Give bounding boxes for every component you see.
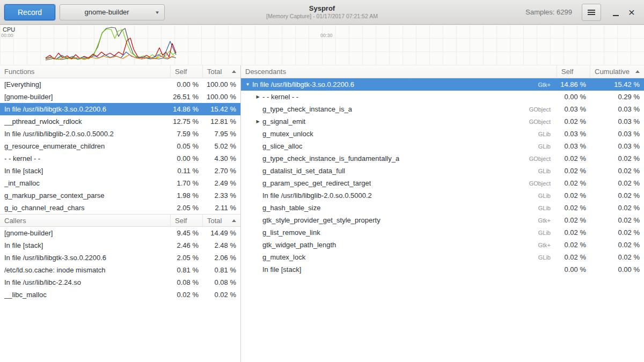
function-name: g_datalist_id_set_data_full <box>262 167 345 175</box>
self-percent: 0.00 % <box>171 80 203 88</box>
function-name: gtk_style_provider_get_style_property <box>262 216 380 224</box>
column-header-descendants[interactable]: Descendants <box>241 65 557 78</box>
callers-table: [gnome-builder]9.45 %14.49 %In file [sta… <box>0 227 240 362</box>
total-percent: 0.02 % <box>203 291 240 299</box>
self-percent: 0.02 % <box>171 291 203 299</box>
cumulative-percent: 0.03 % <box>590 105 644 113</box>
cpu-graph[interactable]: CPU 00:00 00:30 <box>0 25 644 65</box>
title-box: Sysprof [Memory Capture] - 01/17/2017 07… <box>266 4 378 20</box>
table-row[interactable]: In file /usr/lib/libglib-2.0.so.0.5000.2… <box>0 128 240 140</box>
cumulative-percent: 0.02 % <box>590 191 644 200</box>
column-header-total[interactable]: Total <box>203 215 240 226</box>
cumulative-percent: 0.03 % <box>590 117 644 125</box>
column-header-self[interactable]: Self <box>171 65 203 78</box>
total-percent: 14.49 % <box>203 229 240 237</box>
table-row[interactable]: ▶g_signal_emitGObject0.02 %0.03 % <box>241 115 644 128</box>
menu-button[interactable] <box>582 4 601 21</box>
table-row[interactable]: g_list_remove_linkGLib0.02 %0.02 % <box>241 226 644 239</box>
column-header-callers[interactable]: Callers <box>0 215 171 226</box>
cumulative-percent: 0.29 % <box>590 93 644 101</box>
column-header-self[interactable]: Self <box>557 65 590 78</box>
table-row[interactable]: g_hash_table_sizeGLib0.02 %0.02 % <box>241 202 644 214</box>
table-row[interactable]: ▶- - kernel - -0.00 %0.29 % <box>241 91 644 103</box>
table-row[interactable]: __pthread_rwlock_rdlock12.75 %12.81 % <box>0 115 240 128</box>
column-header-total[interactable]: Total <box>203 65 240 78</box>
self-percent: 0.02 % <box>557 179 590 187</box>
library-tag: GObject <box>519 106 557 113</box>
table-row[interactable]: gtk_widget_path_lengthGtk+0.02 %0.02 % <box>241 239 644 251</box>
total-percent: 0.81 % <box>203 266 240 274</box>
process-selector[interactable]: gnome-builder ▼ <box>60 4 165 20</box>
table-row[interactable]: gtk_style_provider_get_style_propertyGtk… <box>241 214 644 226</box>
table-row[interactable]: [gnome-builder]9.45 %14.49 % <box>0 227 240 239</box>
self-percent: 0.11 % <box>171 167 203 175</box>
chevron-down-icon: ▼ <box>155 10 160 14</box>
close-button[interactable]: × <box>624 4 640 20</box>
window-title: Sysprof <box>266 4 378 13</box>
sort-indicator-icon <box>232 70 236 73</box>
headerbar-right: Samples: 6299 × <box>525 4 640 21</box>
column-header-self[interactable]: Self <box>171 215 203 226</box>
self-percent: 0.02 % <box>557 241 590 249</box>
minimize-button[interactable] <box>608 4 624 20</box>
window-subtitle: [Memory Capture] - 01/17/2017 07:21:52 A… <box>266 13 378 20</box>
function-name: gtk_widget_path_length <box>262 241 336 249</box>
function-name: /etc/ld.so.cache: inode mismatch <box>0 266 171 274</box>
process-selector-label: gnome-builder <box>60 5 153 20</box>
total-percent: 12.81 % <box>203 117 240 125</box>
time-label-mid: 00:30 <box>320 33 333 38</box>
table-row[interactable]: _int_malloc1.70 %2.49 % <box>0 177 240 189</box>
table-row[interactable]: In file [stack]0.11 %2.70 % <box>0 165 240 177</box>
total-percent: 2.06 % <box>203 254 240 262</box>
table-row[interactable]: g_mutex_unlockGLib0.03 %0.03 % <box>241 128 644 140</box>
library-tag: GLib <box>519 143 557 150</box>
table-row[interactable]: In file /usr/lib/libgtk-3.so.0.2200.62.0… <box>0 252 240 264</box>
table-row[interactable]: In file [stack]0.00 %0.00 % <box>241 263 644 276</box>
table-row[interactable]: g_markup_parse_context_parse1.98 %2.33 % <box>0 189 240 202</box>
left-pane: Functions Self Total [Everything]0.00 %1… <box>0 65 240 362</box>
expander-icon[interactable]: ▼ <box>243 82 252 87</box>
record-button[interactable]: Record <box>4 4 55 20</box>
table-row[interactable]: g_resource_enumerate_children0.05 %5.02 … <box>0 140 240 152</box>
table-row[interactable]: g_io_channel_read_chars2.05 %2.11 % <box>0 202 240 214</box>
table-row[interactable]: g_datalist_id_set_data_fullGLib0.02 %0.0… <box>241 165 644 177</box>
table-row[interactable]: g_type_check_instance_is_fundamentally_a… <box>241 152 644 165</box>
table-row[interactable]: In file /usr/lib/libglib-2.0.so.0.5000.2… <box>241 189 644 202</box>
function-name: In file /usr/lib/libc-2.24.so <box>0 278 171 286</box>
self-percent: 12.75 % <box>171 117 203 125</box>
function-name: g_resource_enumerate_children <box>0 142 171 150</box>
table-row[interactable]: __libc_malloc0.02 %0.02 % <box>0 289 240 301</box>
table-row[interactable]: In file [stack]2.46 %2.48 % <box>0 239 240 252</box>
table-row[interactable]: /etc/ld.so.cache: inode mismatch0.81 %0.… <box>0 264 240 276</box>
table-row[interactable]: In file /usr/lib/libgtk-3.so.0.2200.614.… <box>0 103 240 115</box>
table-row[interactable]: In file /usr/lib/libc-2.24.so0.08 %0.08 … <box>0 276 240 289</box>
library-tag: GLib <box>519 193 557 199</box>
time-label-start: 00:00 <box>1 33 13 38</box>
function-name: [Everything] <box>0 80 171 88</box>
cpu-usage-chart <box>0 25 644 65</box>
column-header-cumulative[interactable]: Cumulative <box>590 65 644 78</box>
function-name: __pthread_rwlock_rdlock <box>0 117 171 125</box>
table-row[interactable]: g_type_check_instance_is_aGObject0.03 %0… <box>241 103 644 115</box>
expander-icon[interactable]: ▶ <box>253 94 262 99</box>
self-percent: 0.02 % <box>557 228 590 237</box>
column-header-functions[interactable]: Functions <box>0 65 171 78</box>
self-percent: 2.05 % <box>171 204 203 212</box>
total-percent: 2.33 % <box>203 191 240 200</box>
table-row[interactable]: [Everything]0.00 %100.00 % <box>0 78 240 91</box>
cumulative-percent: 15.42 % <box>590 80 644 88</box>
self-percent: 7.59 % <box>171 130 203 138</box>
function-name: - - kernel - - <box>0 154 171 162</box>
expander-icon[interactable]: ▶ <box>253 119 262 124</box>
table-row[interactable]: g_mutex_lockGLib0.02 %0.02 % <box>241 251 644 263</box>
self-percent: 0.02 % <box>557 204 590 212</box>
table-row[interactable]: [gnome-builder]26.51 %100.00 % <box>0 91 240 103</box>
table-row[interactable]: ▼In file /usr/lib/libgtk-3.so.0.2200.6Gt… <box>241 78 644 91</box>
function-name: g_mutex_lock <box>262 253 305 261</box>
table-row[interactable]: g_slice_allocGLib0.03 %0.03 % <box>241 140 644 152</box>
tree-cell: g_type_check_instance_is_a <box>241 105 519 113</box>
functions-table: [Everything]0.00 %100.00 %[gnome-builder… <box>0 78 240 214</box>
table-row[interactable]: g_param_spec_get_redirect_targetGObject0… <box>241 177 644 189</box>
function-name: In file /usr/lib/libglib-2.0.so.0.5000.2 <box>0 130 171 138</box>
table-row[interactable]: - - kernel - -0.00 %4.30 % <box>0 152 240 165</box>
